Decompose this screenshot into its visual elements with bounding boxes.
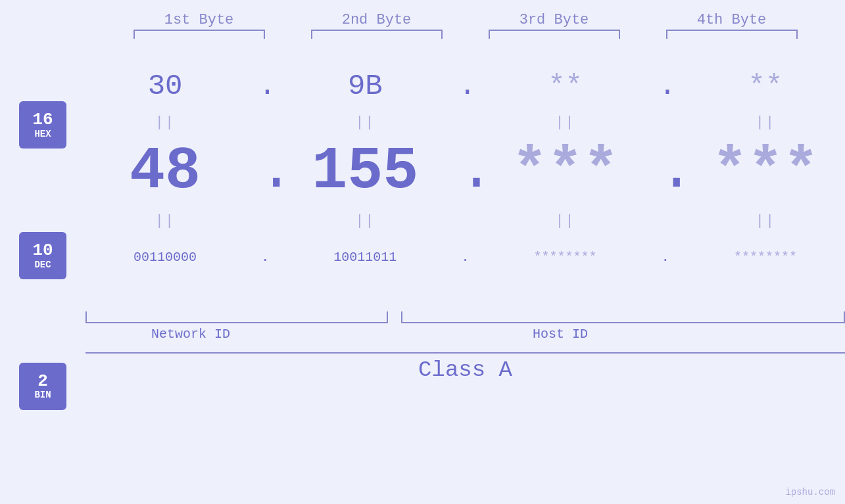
byte-headers: 1st Byte 2nd Byte 3rd Byte 4th Byte <box>110 12 821 28</box>
bin-dot2: . <box>458 250 471 265</box>
bin-dot3: . <box>659 250 672 265</box>
host-id-label: Host ID <box>533 327 588 342</box>
hex-dot1: . <box>258 70 272 103</box>
eq2-b1: || <box>99 213 231 229</box>
hex-dot3: . <box>659 70 672 103</box>
dec-byte2: 155 <box>299 138 431 205</box>
dec-dot1: . <box>258 137 272 211</box>
bin-byte3: ******** <box>500 250 631 265</box>
dec-dot3: . <box>659 137 672 211</box>
byte2-header: 2nd Byte <box>311 12 443 28</box>
hex-row: 30 . 9B . ** . ** <box>85 60 845 112</box>
eq1-b2: || <box>299 114 431 131</box>
hex-byte1: 30 <box>99 70 231 103</box>
bin-badge-label: BIN <box>34 390 51 400</box>
equals-row-2: || || || || <box>85 211 845 231</box>
dec-badge-num: 10 <box>32 241 53 260</box>
bracket-byte3 <box>489 30 620 39</box>
header-brackets <box>110 28 821 40</box>
dec-dot2: . <box>458 137 471 211</box>
eq1-b1: || <box>99 114 231 131</box>
hex-byte2: 9B <box>299 70 431 103</box>
class-bracket-line <box>85 352 845 354</box>
bin-badge: 2 BIN <box>19 363 66 410</box>
network-id-bracket <box>85 311 388 323</box>
class-label: Class A <box>418 357 512 382</box>
bin-byte1: 00110000 <box>99 250 231 265</box>
bin-byte2: 10011011 <box>299 250 431 265</box>
byte3-header: 3rd Byte <box>489 12 620 28</box>
bin-dot1: . <box>258 250 272 265</box>
eq2-b3: || <box>500 213 631 229</box>
dec-byte4: *** <box>700 138 831 205</box>
network-id-label: Network ID <box>151 327 230 342</box>
bin-badge-num: 2 <box>37 372 48 391</box>
byte4-header: 4th Byte <box>666 12 798 28</box>
dec-badge: 10 DEC <box>19 232 66 279</box>
dec-badge-label: DEC <box>34 260 51 270</box>
class-section: Class A <box>85 351 845 382</box>
equals-row-1: || || || || <box>85 112 845 132</box>
main-container: 1st Byte 2nd Byte 3rd Byte 4th Byte 16 H… <box>0 0 845 504</box>
eq1-b4: || <box>700 114 831 131</box>
dec-row: 48 . 155 . *** . *** <box>85 132 845 211</box>
hex-badge-num: 16 <box>32 110 53 129</box>
eq1-b3: || <box>500 114 631 131</box>
hex-badge: 16 HEX <box>19 101 66 149</box>
bracket-byte1 <box>133 30 265 39</box>
bin-row: 00110000 . 10011011 . ******** . *******… <box>85 231 845 283</box>
bracket-byte2 <box>311 30 443 39</box>
hex-badge-label: HEX <box>34 129 51 139</box>
byte1-header: 1st Byte <box>133 12 265 28</box>
eq2-b4: || <box>700 213 831 229</box>
hex-dot2: . <box>458 70 471 103</box>
hex-byte3: ** <box>500 70 631 103</box>
dec-byte3: *** <box>500 138 631 205</box>
main-area: 16 HEX 10 DEC 2 BIN 30 . 9B . ** . ** <box>0 53 845 504</box>
dec-byte1: 48 <box>99 138 231 205</box>
badges-column: 16 HEX 10 DEC 2 BIN <box>0 53 85 504</box>
values-column: 30 . 9B . ** . ** || || || || 48 <box>85 53 845 504</box>
eq2-b2: || <box>299 213 431 229</box>
host-id-bracket <box>401 311 845 323</box>
bracket-byte4 <box>666 30 798 39</box>
bin-byte4: ******** <box>700 250 831 265</box>
hex-byte4: ** <box>700 70 831 103</box>
watermark: ipshu.com <box>785 487 835 497</box>
